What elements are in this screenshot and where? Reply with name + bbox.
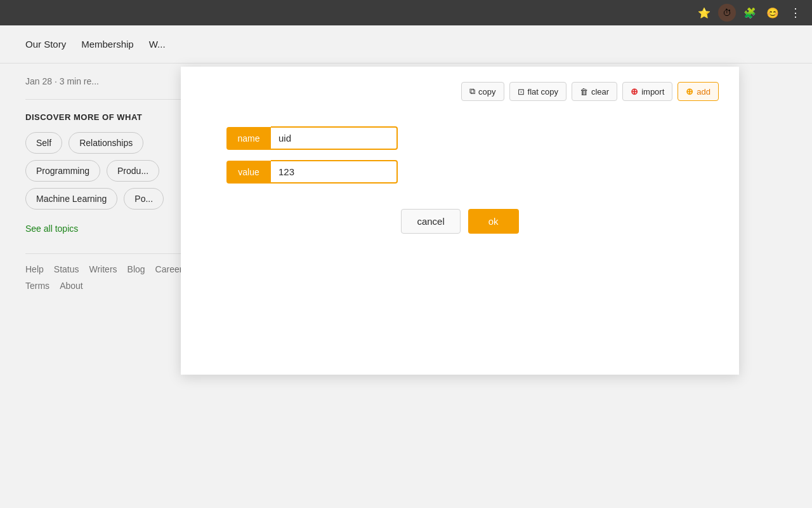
add-icon: ⊕ xyxy=(686,86,693,97)
value-row: value xyxy=(226,160,398,184)
flat-copy-label: flat copy xyxy=(528,87,558,97)
flat-copy-icon: ⊡ xyxy=(518,87,525,97)
cancel-button[interactable]: cancel xyxy=(401,209,460,234)
import-label: import xyxy=(641,87,664,97)
copy-label: copy xyxy=(478,87,495,97)
value-input[interactable] xyxy=(271,160,398,184)
flat-copy-button[interactable]: ⊡ flat copy xyxy=(509,82,566,101)
clear-label: clear xyxy=(591,87,609,97)
copy-icon: ⧉ xyxy=(469,86,475,97)
copy-button[interactable]: ⧉ copy xyxy=(461,82,504,101)
value-label: value xyxy=(226,161,271,184)
clear-button[interactable]: 🗑 clear xyxy=(572,82,617,101)
ok-button[interactable]: ok xyxy=(468,209,519,234)
name-input[interactable] xyxy=(271,126,398,150)
add-button[interactable]: ⊕ add xyxy=(678,82,719,101)
dialog-actions: cancel ok xyxy=(201,209,719,234)
name-row: name xyxy=(226,126,398,150)
name-label: name xyxy=(226,127,271,150)
browser-toolbar: ⭐ ⏱ 🧩 😊 ⋮ xyxy=(0,0,812,25)
dialog-toolbar: ⧉ copy ⊡ flat copy 🗑 clear ⊕ import ⊕ ad… xyxy=(201,82,719,101)
timer-icon[interactable]: ⏱ xyxy=(718,4,736,22)
menu-icon[interactable]: ⋮ xyxy=(787,4,804,22)
bookmark-icon[interactable]: ⭐ xyxy=(695,4,713,22)
import-button[interactable]: ⊕ import xyxy=(622,82,672,101)
trash-icon: 🗑 xyxy=(580,87,588,97)
import-icon: ⊕ xyxy=(631,86,638,97)
dialog-form: name value xyxy=(201,114,719,196)
emoji-icon[interactable]: 😊 xyxy=(764,4,782,22)
puzzle-icon[interactable]: 🧩 xyxy=(741,4,759,22)
add-label: add xyxy=(697,87,710,97)
extension-dialog: ⧉ copy ⊡ flat copy 🗑 clear ⊕ import ⊕ ad… xyxy=(181,67,739,375)
